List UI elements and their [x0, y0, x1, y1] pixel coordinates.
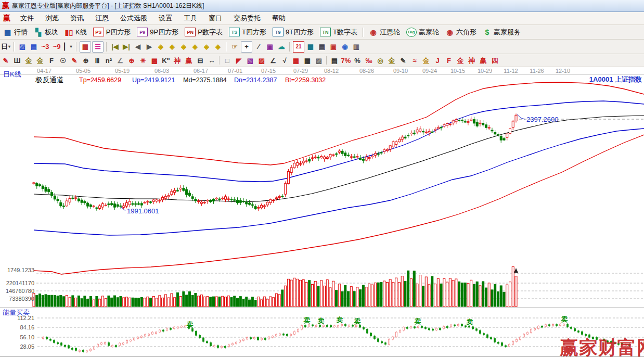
menu-item-1[interactable]: 浏览	[40, 14, 65, 23]
pan-hand-tool-icon[interactable]: ☞	[229, 42, 240, 52]
gold-grid-alt-icon[interactable]: 金	[35, 55, 45, 66]
web-grid-icon[interactable]: ▩	[149, 55, 160, 66]
gold-grid-icon[interactable]: 金	[23, 55, 34, 66]
menu-item-9[interactable]: 帮助	[266, 14, 291, 23]
draw-brush-alt-icon[interactable]: ✎	[69, 55, 80, 66]
nine-p-square-button[interactable]: P99P四方形	[134, 27, 182, 38]
ying-angle-icon[interactable]: 赢	[478, 55, 488, 66]
gold-circle-icon[interactable]: ◎	[375, 55, 385, 66]
pattern-overlay-icon-icon[interactable]: ▦	[80, 41, 91, 53]
target-circle-icon[interactable]: ⊕	[126, 55, 137, 66]
grid-bars-icon[interactable]: Ш	[12, 55, 22, 66]
expand-horizontal-diamond-icon[interactable]: ◈	[178, 42, 189, 52]
check-line-icon[interactable]: √	[279, 55, 290, 66]
price-scale-tool-icon[interactable]: ▤	[329, 55, 340, 66]
spiral-tool-icon[interactable]: ☉	[58, 55, 68, 66]
winner-wheel-button[interactable]: Big赢家轮	[403, 27, 442, 38]
sector-button[interactable]: ▚板块	[31, 27, 61, 38]
hexagon-button[interactable]: ◉六角形	[442, 27, 480, 38]
crosshair-tool-icon[interactable]: +	[241, 41, 252, 53]
percent-levels-icon[interactable]: ‰	[364, 55, 374, 66]
menu-item-2[interactable]: 资讯	[65, 14, 89, 23]
draw-brush-icon[interactable]: ✎	[1, 55, 11, 66]
gold-channel-icon[interactable]: 金	[421, 55, 431, 66]
calendar-tool-icon[interactable]: 21	[293, 41, 304, 53]
measure-tool-icon[interactable]: ∕	[253, 42, 264, 52]
winner-service-button[interactable]: $赢家服务	[480, 27, 524, 38]
bar-ruler-icon[interactable]: Ⅲ	[92, 55, 102, 66]
brush-candle-icon[interactable]: ✎	[398, 55, 408, 66]
next-bar-button-icon[interactable]: ▶	[144, 42, 154, 52]
j-angle-icon[interactable]: J	[432, 55, 443, 66]
spider-web-icon[interactable]: ✳	[138, 55, 148, 66]
hatch-lines-icon[interactable]: ▨	[314, 55, 324, 66]
ying-tool-icon[interactable]: 赢	[184, 55, 194, 66]
export-web-tool-icon[interactable]: ◉	[340, 42, 350, 52]
box-tool-icon[interactable]: □	[222, 55, 233, 66]
winner-wheel-button-icon: Big	[406, 28, 417, 37]
web-box-icon[interactable]: ▨	[256, 55, 267, 66]
prev-bar-button-icon[interactable]: ◀	[133, 42, 143, 52]
workstation-tool-icon[interactable]: ▥	[351, 42, 362, 52]
indicator-scale-label: 84.16	[20, 324, 34, 330]
menu-item-3[interactable]: 江恩	[89, 14, 114, 23]
expand-vertical-diamond-icon[interactable]: ◈	[201, 42, 212, 52]
period-selector-icon[interactable]: 日▾	[1, 42, 11, 52]
width-measure-icon[interactable]: ↔	[207, 55, 217, 66]
f-grid-icon[interactable]: F	[46, 55, 57, 66]
angle-fan-icon[interactable]: ∠	[268, 55, 278, 66]
mind-tool-icon[interactable]: ☁	[276, 42, 287, 52]
wave-channel-icon[interactable]: ≈	[409, 55, 420, 66]
quote-button[interactable]: ▦行情	[0, 27, 31, 38]
cycle-tool-icon[interactable]: ▣	[265, 42, 275, 52]
menu-item-0[interactable]: 文件	[15, 14, 40, 23]
wave-9-icon-icon[interactable]: ~9	[51, 42, 62, 52]
wave-3-icon-icon[interactable]: ~3	[40, 42, 50, 52]
grid-red-icon[interactable]: ▦	[291, 55, 301, 66]
menu-item-6[interactable]: 工具	[178, 14, 203, 23]
kline-button[interactable]: ▮▯K线	[61, 27, 90, 38]
t-square-button[interactable]: TST四方形	[226, 27, 269, 38]
chart-canvas[interactable]: 04-1705-0505-1906-0306-1707-0107-1507-29…	[0, 67, 644, 357]
menu-item-5[interactable]: 设置	[153, 14, 178, 23]
percent-tool-icon[interactable]: %	[352, 55, 363, 66]
menu-item-7[interactable]: 窗口	[203, 14, 228, 23]
chart-window-icon-icon[interactable]: ▨	[17, 42, 28, 52]
bar-style-selector-icon[interactable]: ▏▾	[63, 42, 73, 52]
last-bar-button-icon[interactable]: ▶|	[121, 42, 132, 52]
date-label: 04-17	[37, 68, 51, 74]
p-square-button[interactable]: PSP四方形	[90, 27, 134, 38]
info-panel-icon-icon[interactable]: ▤	[29, 42, 39, 52]
gann-fan-icon[interactable]: ◤	[234, 55, 244, 66]
first-bar-button-icon[interactable]: |◀	[110, 42, 120, 52]
shen-tool-icon[interactable]: 神	[172, 55, 183, 66]
p-table-button[interactable]: PNP数字表	[182, 27, 226, 38]
t-table-button[interactable]: TNT数字表	[317, 27, 360, 38]
f-angle-icon[interactable]: F	[444, 55, 454, 66]
k-mark-icon[interactable]: K"	[161, 55, 171, 66]
volume-profile-icon-icon[interactable]: ☰	[92, 41, 104, 53]
seven-percent-icon[interactable]: 7%	[341, 55, 351, 66]
circle-ruler-icon[interactable]: ⊕	[81, 55, 91, 66]
si-angle-icon[interactable]: 四	[490, 55, 500, 66]
fit-all-diamond-icon[interactable]: ◈	[213, 42, 223, 52]
title-bar[interactable]: 赢 赢家江恩专业版[赢家内部服务平台] - [上证指数 SH1A0001-162…	[0, 0, 644, 12]
gold-line-icon[interactable]: 金	[387, 55, 397, 66]
n-square-tool-icon[interactable]: n²	[104, 55, 114, 66]
gann-wheel-button[interactable]: ◉江恩轮	[366, 27, 403, 38]
calculator-tool-icon[interactable]: ▦	[305, 42, 316, 52]
fan-box-icon[interactable]: ▧	[245, 55, 255, 66]
menu-item-8[interactable]: 交易委托	[228, 14, 266, 23]
nine-t-square-button[interactable]: T99T四方形	[269, 27, 317, 38]
shen-angle-icon[interactable]: 神	[467, 55, 477, 66]
menu-item-4[interactable]: 公式选股	[114, 14, 153, 23]
shift-left-diamond-icon[interactable]: ◈	[156, 42, 166, 52]
protractor-tool-icon[interactable]: ∠	[115, 55, 125, 66]
grid-dark-icon[interactable]: ▦	[302, 55, 313, 66]
gold-angle-icon[interactable]: 金	[455, 55, 466, 66]
shift-right-diamond-icon[interactable]: ◈	[167, 42, 177, 52]
save-tool-icon[interactable]: ▣	[328, 42, 339, 52]
compress-horizontal-diamond-icon[interactable]: ◈	[190, 42, 200, 52]
notes-tool-icon[interactable]: ▤	[317, 42, 327, 52]
scale-123-icon[interactable]: ⊟	[195, 55, 205, 66]
